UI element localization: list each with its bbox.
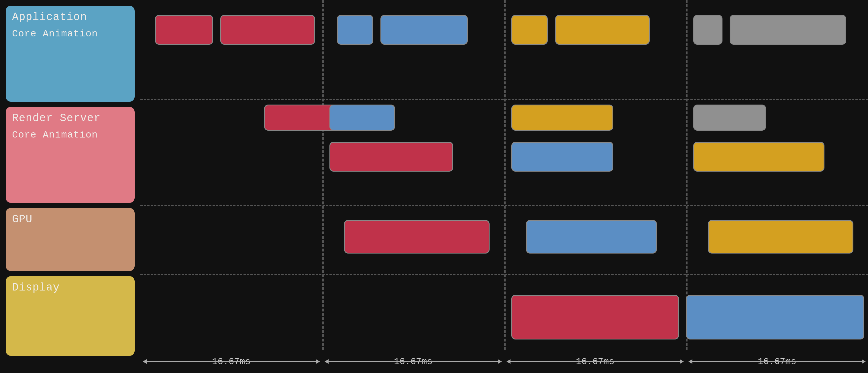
time-segment-1: 16.67ms [322,356,504,367]
bar-rs-2-1 [512,142,613,172]
bar-app-0-0 [155,15,213,45]
arrow-1 [325,361,501,362]
diagram: Application Core Animation Render Server… [0,0,868,373]
bar-rs-1-1 [330,142,453,172]
bar-app-1-0 [337,15,373,45]
gpu-title: GPU [12,213,128,225]
render-server-title: Render Server [12,112,128,124]
bar-display-1 [686,295,864,340]
bar-display-0 [512,295,679,340]
labels-column: Application Core Animation Render Server… [0,0,141,373]
timeline-area: 16.67ms 16.67ms 16.67ms 16.67ms [141,0,868,373]
bar-rs-3-1 [693,142,824,172]
arrow-0 [143,361,319,362]
time-segment-3: 16.67ms [686,356,868,367]
bar-gpu-2-0 [526,220,657,253]
bar-gpu-1-0 [344,220,490,253]
bar-rs-1-0 [330,104,395,131]
bar-app-2-1 [555,15,650,45]
v-divider-1 [322,0,324,350]
bar-app-0-1 [220,15,315,45]
bar-gpu-3-0 [708,220,854,253]
arrow-2 [507,361,683,362]
time-segment-2: 16.67ms [504,356,686,367]
gpu-label-box: GPU [6,208,135,271]
application-subtitle: Core Animation [12,28,128,39]
bar-app-3-1 [730,15,846,45]
bar-app-1-1 [380,15,468,45]
render-server-subtitle: Core Animation [12,129,128,141]
time-row: 16.67ms 16.67ms 16.67ms 16.67ms [141,350,868,373]
display-label-box: Display [6,276,135,356]
application-label-box: Application Core Animation [6,6,135,102]
application-title: Application [12,11,128,23]
time-segment-0: 16.67ms [141,356,322,367]
bar-app-3-0 [693,15,722,45]
bar-rs-2-0 [512,104,613,131]
display-title: Display [12,281,128,293]
v-divider-2 [504,0,506,350]
bar-rs-3-0 [693,104,766,131]
arrow-3 [689,361,865,362]
render-server-label-box: Render Server Core Animation [6,107,135,203]
bar-app-2-0 [512,15,548,45]
